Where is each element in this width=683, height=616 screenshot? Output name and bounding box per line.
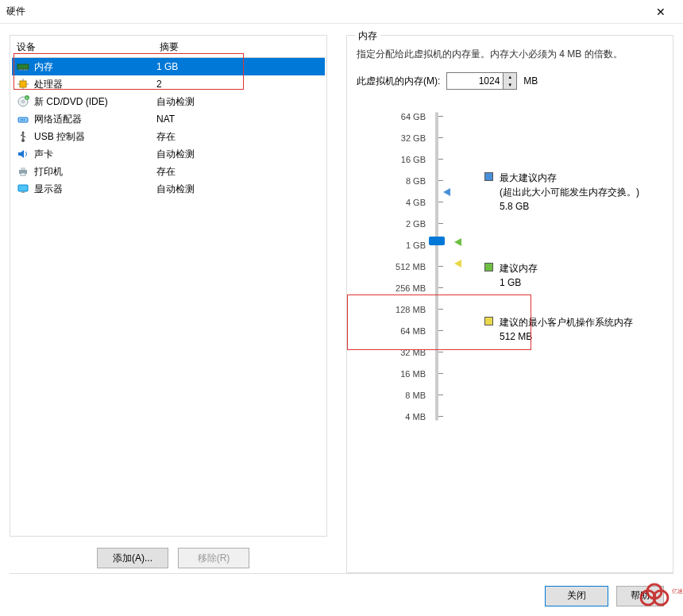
device-summary: 自动检测 [155,148,325,161]
device-name: 打印机 [34,165,63,179]
svg-point-11 [22,101,25,103]
add-button[interactable]: 添加(A)... [97,548,168,568]
device-summary: NAT [155,114,325,125]
min-legend-value: 512 MB [500,329,633,344]
device-summary: 自动检测 [155,183,325,196]
memory-desc: 指定分配给此虚拟机的内存量。内存大小必须为 4 MB 的倍数。 [357,47,663,61]
memory-label: 此虚拟机的内存(M): [357,75,440,88]
tick-label: 4 MB [357,406,426,427]
max-legend-icon [484,172,493,181]
network-icon [17,113,29,125]
device-row-4[interactable]: USB 控制器存在 [12,128,325,145]
device-row-1[interactable]: 处理器2 [12,75,325,93]
max-legend-note: (超出此大小可能发生内存交换。) [500,185,639,199]
col-summary: 摘要 [155,37,325,57]
titlebar: 硬件 ✕ [0,0,683,24]
min-legend-icon [484,317,493,325]
svg-rect-25 [21,191,25,193]
tick-label: 32 GB [357,127,426,148]
svg-rect-4 [26,69,28,71]
memory-unit: MB [523,75,538,87]
sound-icon [17,148,29,160]
device-row-6[interactable]: 打印机存在 [12,163,325,180]
memory-icon [17,60,29,73]
device-summary: 2 [155,79,325,90]
memory-spinner: ▲ ▼ [446,72,517,90]
spin-up-icon[interactable]: ▲ [504,73,516,81]
device-summary: 自动检测 [155,95,325,109]
svg-rect-15 [21,119,21,121]
device-name: 内存 [34,60,53,74]
rec-legend-icon [484,263,493,271]
watermark-logo: 亿速云 [637,582,683,611]
device-row-2[interactable]: +新 CD/DVD (IDE)自动检测 [12,93,325,110]
tick-label: 8 GB [357,170,426,191]
device-name: 新 CD/DVD (IDE) [34,95,108,109]
slider-thumb[interactable] [429,237,445,245]
svg-marker-19 [21,131,25,133]
hardware-dialog: 硬件 ✕ 设备 摘要 内存1 GB处理器2+新 CD/DVD (IDE)自动检测… [0,0,683,616]
svg-rect-3 [24,69,25,71]
memory-input[interactable] [447,73,503,89]
svg-rect-17 [24,119,25,121]
min-legend-title: 建议的最小客户机操作系统内存 [500,315,633,329]
device-summary: 1 GB [155,61,325,72]
max-legend-value: 5.8 GB [500,199,639,214]
max-legend-title: 最大建议内存 [500,171,639,185]
spin-down-icon[interactable]: ▼ [504,81,516,89]
group-title: 内存 [355,29,380,43]
svg-rect-0 [17,64,29,69]
tick-label: 64 MB [357,320,426,341]
device-name: 网络适配器 [34,113,82,126]
tick-label: 2 GB [357,213,426,234]
memory-slider[interactable] [432,106,472,427]
device-row-0[interactable]: 内存1 GB [12,58,325,75]
device-name: 显示器 [34,183,63,196]
device-name: 声卡 [34,148,53,161]
tick-label: 128 MB [357,298,426,320]
rec-marker-icon [454,238,461,246]
svg-rect-16 [22,119,23,121]
device-list[interactable]: 设备 摘要 内存1 GB处理器2+新 CD/DVD (IDE)自动检测网络适配器… [10,35,327,537]
memory-slider-area: 64 GB32 GB16 GB8 GB4 GB2 GB1 GB512 MB256… [357,106,663,427]
tick-label: 1 GB [357,234,426,256]
device-summary: 存在 [155,165,325,179]
tick-label: 256 MB [357,277,426,298]
svg-rect-2 [21,69,23,71]
remove-button: 移除(R) [178,548,249,568]
memory-panel: 内存 指定分配给此虚拟机的内存量。内存大小必须为 4 MB 的倍数。 此虚拟机的… [346,35,673,573]
cd-icon: + [17,95,29,108]
close-icon[interactable]: ✕ [645,6,677,18]
device-summary: 存在 [155,130,325,144]
tick-label: 4 GB [357,191,426,213]
tick-label: 32 MB [357,341,426,363]
device-row-7[interactable]: 显示器自动检测 [12,180,325,198]
svg-text:+: + [26,95,29,100]
max-marker-icon [443,188,450,196]
monitor-icon [17,183,29,195]
svg-rect-22 [21,167,25,170]
tick-label: 16 GB [357,148,426,170]
tick-label: 8 MB [357,384,426,406]
min-marker-icon [454,260,461,268]
svg-rect-5 [20,81,26,87]
tick-label: 16 MB [357,363,426,384]
device-row-5[interactable]: 声卡自动检测 [12,145,325,163]
printer-icon [17,165,29,178]
tick-label: 64 GB [357,106,426,127]
dialog-footer: 关闭 帮助 [10,573,673,610]
svg-rect-1 [19,69,21,71]
svg-rect-24 [18,185,28,191]
svg-text:亿速云: 亿速云 [671,588,683,594]
dialog-title: 硬件 [6,5,645,18]
close-button[interactable]: 关闭 [545,586,608,606]
svg-marker-20 [18,150,24,158]
svg-point-18 [21,139,25,142]
cpu-icon [17,78,29,90]
svg-rect-23 [21,173,25,175]
device-name: 处理器 [34,78,63,91]
rec-legend-value: 1 GB [500,275,538,290]
col-device: 设备 [12,37,155,57]
device-row-3[interactable]: 网络适配器NAT [12,110,325,128]
rec-legend-title: 建议内存 [500,261,538,275]
